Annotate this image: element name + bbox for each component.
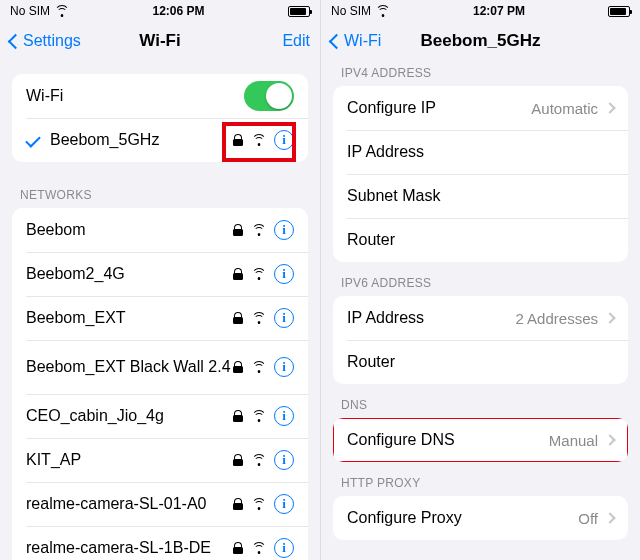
network-row[interactable]: Beebom2_4Gi (12, 252, 308, 296)
edit-button[interactable]: Edit (230, 32, 310, 50)
proxy-group: Configure Proxy Off (333, 496, 628, 540)
wifi-signal-icon (251, 134, 266, 146)
router-row: Router (333, 218, 628, 262)
wifi-toggle-row[interactable]: Wi-Fi (12, 74, 308, 118)
networks-list: BeebomiBeebom2_4GiBeebom_EXTiBeebom_EXT … (12, 208, 308, 560)
subnet-row: Subnet Mask (333, 174, 628, 218)
back-label: Wi-Fi (344, 32, 381, 50)
wifi-signal-icon (251, 410, 266, 422)
network-row[interactable]: CEO_cabin_Jio_4gi (12, 394, 308, 438)
ipv6-address-label: IP Address (347, 308, 515, 327)
wifi-signal-icon (251, 542, 266, 554)
lock-icon (233, 454, 243, 466)
wifi-status-icon (375, 5, 390, 17)
ipv4-header: IPV4 ADDRESS (321, 60, 640, 86)
info-icon[interactable]: i (274, 220, 294, 240)
back-label: Settings (23, 32, 81, 50)
info-icon[interactable]: i (274, 357, 294, 377)
lock-icon (233, 498, 243, 510)
status-bar: No SIM 12:07 PM (321, 0, 640, 22)
info-icon[interactable]: i (274, 130, 294, 150)
configure-dns-label: Configure DNS (347, 430, 549, 449)
subnet-label: Subnet Mask (347, 186, 614, 205)
configure-ip-row[interactable]: Configure IP Automatic (333, 86, 628, 130)
dns-header: DNS (321, 392, 640, 418)
nav-bar: Settings Wi-Fi Edit (0, 22, 320, 60)
wifi-signal-icon (251, 498, 266, 510)
lock-icon (233, 361, 243, 373)
checkmark-icon (25, 132, 41, 148)
network-name: KIT_AP (26, 450, 233, 469)
wifi-signal-icon (251, 224, 266, 236)
clock: 12:07 PM (473, 4, 525, 18)
carrier-label: No SIM (10, 4, 50, 18)
lock-icon (233, 224, 243, 236)
page-title: Wi-Fi (90, 31, 230, 51)
ip-address-row: IP Address (333, 130, 628, 174)
configure-dns-value: Manual (549, 432, 598, 449)
lock-icon (233, 312, 243, 324)
network-row[interactable]: realme-camera-SL-1B-DEi (12, 526, 308, 560)
network-name: Beebom2_4G (26, 264, 233, 283)
ip-address-label: IP Address (347, 142, 614, 161)
network-row[interactable]: Beebom_EXTi (12, 296, 308, 340)
ipv6-address-row[interactable]: IP Address 2 Addresses (333, 296, 628, 340)
wifi-label: Wi-Fi (26, 86, 244, 105)
lock-icon (233, 134, 243, 146)
wifi-detail-screen: No SIM 12:07 PM Wi-Fi Beebom_5GHz IPV4 A… (320, 0, 640, 560)
ipv4-group: Configure IP Automatic IP Address Subnet… (333, 86, 628, 262)
configure-proxy-row[interactable]: Configure Proxy Off (333, 496, 628, 540)
connected-network-row[interactable]: Beebom_5GHz i (12, 118, 308, 162)
router-label: Router (347, 230, 614, 249)
chevron-right-icon (604, 102, 615, 113)
lock-icon (233, 268, 243, 280)
info-icon[interactable]: i (274, 450, 294, 470)
dns-group: Configure DNS Manual (333, 418, 628, 462)
lock-icon (233, 410, 243, 422)
back-button[interactable]: Wi-Fi (331, 32, 411, 50)
clock: 12:06 PM (152, 4, 204, 18)
network-name: CEO_cabin_Jio_4g (26, 406, 233, 425)
wifi-signal-icon (251, 268, 266, 280)
network-name: realme-camera-SL-1B-DE (26, 538, 233, 557)
ipv6-router-row: Router (333, 340, 628, 384)
network-row[interactable]: realme-camera-SL-01-A0i (12, 482, 308, 526)
wifi-signal-icon (251, 454, 266, 466)
wifi-signal-icon (251, 312, 266, 324)
wifi-settings-screen: No SIM 12:06 PM Settings Wi-Fi Edit Wi-F… (0, 0, 320, 560)
networks-header: NETWORKS (0, 182, 320, 208)
back-button[interactable]: Settings (10, 32, 90, 50)
network-name: realme-camera-SL-01-A0 (26, 494, 233, 513)
ipv6-router-label: Router (347, 352, 614, 371)
wifi-status-icon (54, 5, 69, 17)
info-icon[interactable]: i (274, 406, 294, 426)
info-icon[interactable]: i (274, 494, 294, 514)
configure-dns-row[interactable]: Configure DNS Manual (333, 418, 628, 462)
page-title: Beebom_5GHz (411, 31, 550, 51)
network-name: Beebom_EXT Black Wall 2.4 (26, 357, 233, 376)
configure-ip-label: Configure IP (347, 98, 531, 117)
status-bar: No SIM 12:06 PM (0, 0, 320, 22)
configure-proxy-label: Configure Proxy (347, 508, 578, 527)
lock-icon (233, 542, 243, 554)
network-row[interactable]: Beebom_EXT Black Wall 2.4i (12, 340, 308, 394)
chevron-left-icon (329, 33, 345, 49)
chevron-right-icon (604, 512, 615, 523)
info-icon[interactable]: i (274, 538, 294, 558)
nav-bar: Wi-Fi Beebom_5GHz (321, 22, 640, 60)
wifi-toggle-group: Wi-Fi Beebom_5GHz i (12, 74, 308, 162)
network-name: Beebom (26, 220, 233, 239)
ipv6-address-value: 2 Addresses (515, 310, 598, 327)
carrier-label: No SIM (331, 4, 371, 18)
ipv6-header: IPV6 ADDRESS (321, 270, 640, 296)
network-row[interactable]: Beebomi (12, 208, 308, 252)
configure-ip-value: Automatic (531, 100, 598, 117)
wifi-toggle[interactable] (244, 81, 294, 111)
chevron-right-icon (604, 312, 615, 323)
network-row[interactable]: KIT_APi (12, 438, 308, 482)
info-icon[interactable]: i (274, 264, 294, 284)
info-icon[interactable]: i (274, 308, 294, 328)
wifi-signal-icon (251, 361, 266, 373)
ipv6-group: IP Address 2 Addresses Router (333, 296, 628, 384)
chevron-left-icon (8, 33, 24, 49)
